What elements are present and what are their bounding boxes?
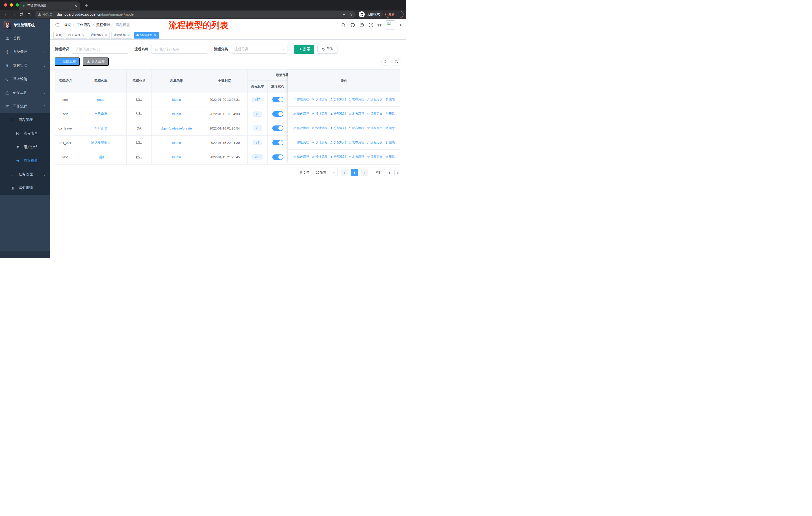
close-icon[interactable]: ✕ xyxy=(82,33,85,37)
sidebar-item-leave-query[interactable]: 请假查询 xyxy=(0,181,50,195)
assign-rule-link[interactable]: 分配规则 xyxy=(330,140,346,145)
delete-link[interactable]: 删除 xyxy=(385,140,395,145)
process-definition-link[interactable]: 流程定义 xyxy=(367,97,383,102)
delete-link[interactable]: 删除 xyxy=(385,155,395,159)
tab-home[interactable]: 首页 xyxy=(53,32,64,38)
edit-process-link[interactable]: 修改流程 xyxy=(293,126,309,130)
design-process-link[interactable]: 设计流程 xyxy=(312,155,327,159)
sidebar-item-process-form[interactable]: 流程表单 xyxy=(0,127,50,140)
process-name-input[interactable] xyxy=(151,45,208,54)
process-definition-link[interactable]: 流程定义 xyxy=(367,126,383,130)
avatar[interactable] xyxy=(386,20,395,29)
design-process-link[interactable]: 设计流程 xyxy=(312,112,327,116)
reload-icon[interactable] xyxy=(18,11,25,18)
back-icon[interactable]: ← xyxy=(2,11,10,18)
delete-link[interactable]: 删除 xyxy=(385,112,395,116)
browser-menu-icon[interactable]: ⋮ xyxy=(397,12,401,17)
process-name-link[interactable]: 自己审批 xyxy=(94,112,108,116)
search-button[interactable]: 搜索 xyxy=(294,45,314,54)
design-process-link[interactable]: 设计流程 xyxy=(312,97,327,102)
avatar-caret-icon[interactable]: ▼ xyxy=(399,23,402,26)
assign-rule-link[interactable]: 分配规则 xyxy=(330,112,346,116)
close-icon[interactable]: ✕ xyxy=(154,33,156,37)
publish-process-link[interactable]: 发布流程 xyxy=(348,126,364,130)
header-search-icon[interactable] xyxy=(341,23,346,27)
prev-page-button[interactable]: ‹ xyxy=(341,169,348,176)
publish-process-link[interactable]: 发布流程 xyxy=(348,112,364,116)
form-info-link[interactable]: biubiu xyxy=(172,98,181,102)
form-info-link[interactable]: biubiu xyxy=(172,112,181,116)
process-definition-link[interactable]: 流程定义 xyxy=(367,140,383,145)
version-badge[interactable]: v4 xyxy=(254,140,262,145)
process-definition-link[interactable]: 流程定义 xyxy=(367,155,383,159)
home-icon[interactable] xyxy=(25,11,33,18)
breadcrumb-item[interactable]: 首页 xyxy=(64,23,71,27)
edit-process-link[interactable]: 修改流程 xyxy=(293,140,309,145)
new-process-button[interactable]: + 新建流程 xyxy=(55,57,80,66)
goto-page-input[interactable] xyxy=(384,169,395,176)
form-info-link[interactable]: biubiu xyxy=(172,155,181,159)
tab-process-model[interactable]: 流程模型✕ xyxy=(134,32,159,38)
page-size-select[interactable]: 10条/页 xyxy=(313,169,338,176)
active-toggle[interactable] xyxy=(272,126,283,131)
reset-button[interactable]: 重置 xyxy=(317,45,338,54)
font-size-icon[interactable]: ᴛT xyxy=(378,23,382,27)
design-process-link[interactable]: 设计流程 xyxy=(312,126,327,130)
process-name-link[interactable]: eeee xyxy=(97,98,105,102)
sidebar-item-user-group[interactable]: 用户分组 xyxy=(0,140,50,154)
github-icon[interactable] xyxy=(350,22,355,27)
version-badge[interactable]: v5 xyxy=(254,126,262,131)
close-icon[interactable]: ✕ xyxy=(127,33,130,37)
tab-tenant[interactable]: 租户管理✕ xyxy=(66,32,87,38)
version-badge[interactable]: v21 xyxy=(253,155,262,160)
assign-rule-link[interactable]: 分配规则 xyxy=(330,97,346,102)
import-process-button[interactable]: 导入流程 xyxy=(83,57,109,66)
next-page-button[interactable]: › xyxy=(361,169,368,176)
edit-process-link[interactable]: 修改流程 xyxy=(293,155,309,159)
tab-my-process[interactable]: 我的流程✕ xyxy=(89,32,110,38)
close-icon[interactable]: ✕ xyxy=(105,33,107,37)
close-window-button[interactable] xyxy=(4,3,7,6)
tab-close-icon[interactable]: ✕ xyxy=(74,4,77,8)
active-toggle[interactable] xyxy=(272,97,283,102)
category-select[interactable]: 流程分类 xyxy=(231,45,287,54)
new-tab-button[interactable]: + xyxy=(83,2,90,9)
breadcrumb-item[interactable]: 流程管理 xyxy=(96,23,110,27)
key-icon[interactable] xyxy=(341,12,345,17)
bookmark-star-icon[interactable]: ☆ xyxy=(349,12,353,17)
process-id-input[interactable] xyxy=(72,45,128,54)
design-process-link[interactable]: 设计流程 xyxy=(312,140,327,145)
fullscreen-icon[interactable] xyxy=(369,23,373,27)
edit-process-link[interactable]: 修改流程 xyxy=(293,97,309,102)
process-name-link[interactable]: 测试多审批人 xyxy=(91,140,111,145)
address-bar[interactable]: 不安全 dashboard.yudao.iocoder.cn/bpm/manag… xyxy=(35,11,356,18)
traffic-lights[interactable] xyxy=(4,3,19,6)
browser-tab[interactable]: 芋道管理系统 ✕ xyxy=(19,1,80,10)
forward-icon[interactable]: → xyxy=(10,11,18,18)
sidebar-item-process-manage[interactable]: 流程管理 ⌃ xyxy=(0,113,50,127)
process-definition-link[interactable]: 流程定义 xyxy=(367,112,383,116)
help-icon[interactable] xyxy=(359,23,364,27)
assign-rule-link[interactable]: 分配规则 xyxy=(330,155,346,159)
breadcrumb-item[interactable]: 工作流程 xyxy=(77,23,91,27)
sidebar-item-devtools[interactable]: 研发工具 ⌄ xyxy=(0,86,50,100)
assign-rule-link[interactable]: 分配规则 xyxy=(330,126,346,130)
toggle-search-button[interactable] xyxy=(381,58,389,66)
refresh-table-button[interactable] xyxy=(393,58,401,66)
active-toggle[interactable] xyxy=(272,111,283,117)
sidebar-item-infra[interactable]: 基础设施 ⌄ xyxy=(0,72,50,86)
sidebar-item-system[interactable]: 系统管理 ⌄ xyxy=(0,45,50,59)
publish-process-link[interactable]: 发布流程 xyxy=(348,97,364,102)
sidebar-fold-icon[interactable] xyxy=(54,22,60,28)
minimize-window-button[interactable] xyxy=(10,3,13,6)
delete-link[interactable]: 删除 xyxy=(385,97,395,102)
sidebar-item-pay[interactable]: ¥ 支付管理 ⌄ xyxy=(0,59,50,72)
sidebar-item-process-model[interactable]: 流程模型 xyxy=(0,154,50,167)
sidebar-collapse-bar[interactable] xyxy=(0,251,50,258)
process-name-link[interactable]: OA 请假 xyxy=(95,126,107,131)
sidebar-logo[interactable]: 🐰 芋道管理系统 xyxy=(0,19,50,31)
active-toggle[interactable] xyxy=(272,155,283,160)
page-number-button[interactable]: 1 xyxy=(351,169,358,176)
zoom-window-button[interactable] xyxy=(16,3,19,6)
security-chip[interactable]: 不安全 xyxy=(38,12,53,17)
